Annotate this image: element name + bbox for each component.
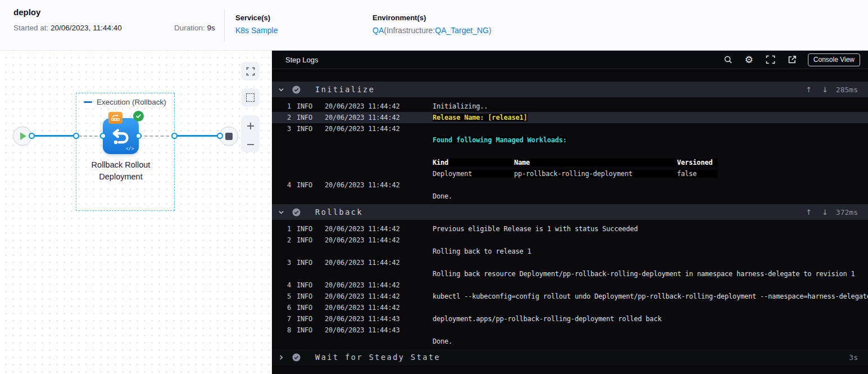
log-line-number[interactable]: 1 <box>276 225 291 233</box>
open-in-new-tab-icon[interactable] <box>788 55 797 64</box>
zoom-in-icon[interactable] <box>246 121 255 130</box>
log-line: Found following Managed Workloads: <box>272 134 868 146</box>
connector-dot <box>217 133 223 139</box>
log-line-number[interactable]: 3 <box>276 125 291 133</box>
infrastructure-prefix: (Infrastructure: <box>384 26 435 35</box>
log-section-header-wait-for-steady-state[interactable]: Wait for Steady State3s <box>272 349 868 365</box>
log-timestamp: 20/06/2023 11:44:42 <box>325 281 433 289</box>
canvas-reset-selection-button[interactable] <box>241 88 260 107</box>
execution-group-label[interactable]: Execution (Rollback) <box>84 98 166 106</box>
section-success-check-icon <box>292 208 301 217</box>
scroll-to-bottom-icon[interactable]: ↓ <box>822 85 828 94</box>
duration-value: 9s <box>207 24 215 32</box>
scroll-to-top-icon[interactable]: ↑ <box>806 85 812 94</box>
services-label: Service(s) <box>235 13 278 22</box>
duration-label: Duration: <box>174 24 205 32</box>
log-timestamp: 20/06/2023 11:44:42 <box>325 292 433 300</box>
log-section-header-rollback[interactable]: Rollback↑↓372ms <box>272 204 868 220</box>
section-title: Wait for Steady State <box>315 353 440 362</box>
log-message: Initializing.. <box>433 102 868 110</box>
log-message: KindNameVersioned <box>433 159 868 166</box>
chevron-down-icon[interactable] <box>278 209 285 215</box>
log-message: Done. <box>433 192 868 200</box>
infrastructure-suffix: ) <box>489 26 492 35</box>
log-message-segment: Kind <box>433 159 514 166</box>
environments-block: Environment(s) QA(Infrastructure:QA_Targ… <box>372 13 492 35</box>
log-line: 3INFO20/06/2023 11:44:42 <box>272 123 868 134</box>
pipeline-canvas[interactable]: Execution (Rollback) <box>0 51 272 374</box>
play-icon <box>20 132 26 140</box>
chevron-right-icon[interactable] <box>278 354 285 361</box>
log-line: 4INFO20/06/2023 11:44:42 <box>272 179 868 191</box>
rollback-arrow-icon <box>109 124 133 148</box>
connector-dot <box>73 133 79 139</box>
log-message-segment: false <box>677 170 717 178</box>
collapse-dash-icon[interactable] <box>84 101 92 103</box>
started-at: Started at: 20/06/2023, 11:44:40 <box>13 24 122 32</box>
started-at-value: 20/06/2023, 11:44:40 <box>51 24 122 32</box>
step-logs-titlebar: Step Logs ⚙ Console View <box>272 51 868 69</box>
log-line-number[interactable]: 7 <box>276 315 291 323</box>
console-view-button[interactable]: Console View <box>808 53 860 66</box>
log-level: INFO <box>297 102 325 110</box>
log-line: 6INFO20/06/2023 11:44:42 <box>272 302 868 313</box>
log-level: INFO <box>297 315 325 323</box>
step-logs-title: Step Logs <box>285 56 319 64</box>
environment-link[interactable]: QA <box>372 26 384 35</box>
scroll-to-top-icon[interactable]: ↑ <box>806 208 812 217</box>
log-line-number[interactable]: 6 <box>276 304 291 312</box>
log-line-number[interactable]: 5 <box>276 292 291 300</box>
log-line: Rolling back to release 1 <box>272 246 868 257</box>
log-section-header-initialize[interactable]: Initialize↑↓285ms <box>272 82 868 97</box>
gear-icon[interactable]: ⚙ <box>745 55 753 65</box>
log-level: INFO <box>297 259 325 267</box>
log-message-segment: deployment.apps/pp-rollback-rolling-depl… <box>433 315 661 323</box>
search-icon[interactable] <box>724 55 733 64</box>
log-line: 1INFO20/06/2023 11:44:42Previous eligibl… <box>272 223 868 235</box>
log-line-number[interactable]: 3 <box>276 259 291 267</box>
log-line-number[interactable]: 2 <box>276 236 291 244</box>
log-timestamp: 20/06/2023 11:44:43 <box>325 326 433 334</box>
log-message: kubectl --kubeconfig=config rollout undo… <box>433 292 868 300</box>
duration: Duration: 9s <box>174 24 215 32</box>
log-level: INFO <box>297 292 325 300</box>
log-message: Found following Managed Workloads: <box>433 136 868 144</box>
log-timestamp: 20/06/2023 11:44:42 <box>325 114 433 121</box>
expand-logs-icon[interactable] <box>766 55 775 64</box>
edge-start-to-group <box>32 135 76 137</box>
step-success-check-icon <box>133 111 144 121</box>
log-line: 4INFO20/06/2023 11:44:42 <box>272 280 868 291</box>
canvas-fullscreen-button[interactable] <box>241 62 260 80</box>
log-message-segment: Done. <box>433 337 452 345</box>
log-line-number[interactable]: 4 <box>276 181 291 189</box>
log-level: INFO <box>297 326 325 334</box>
log-timestamp: 20/06/2023 11:44:42 <box>325 225 433 233</box>
connector-dot <box>100 133 106 139</box>
log-section-body-rollback: 1INFO20/06/2023 11:44:42Previous eligibl… <box>272 220 868 348</box>
service-link[interactable]: K8s Sample <box>235 26 278 35</box>
log-line-number[interactable]: 1 <box>276 102 291 110</box>
log-message: Previous eligible Release is 1 with stat… <box>433 225 868 233</box>
log-message-segment: Found following Managed Workloads: <box>433 136 567 144</box>
log-line-number[interactable]: 2 <box>276 114 291 121</box>
log-message-segment: Rolling back to release 1 <box>433 247 531 255</box>
stop-icon <box>225 133 233 140</box>
scroll-to-bottom-icon[interactable]: ↓ <box>822 208 828 217</box>
infrastructure-link[interactable]: QA_Target_NG <box>435 26 489 35</box>
log-timestamp: 20/06/2023 11:44:42 <box>325 236 433 244</box>
log-line: Done. <box>272 191 868 202</box>
log-line: 5INFO20/06/2023 11:44:42kubectl --kubeco… <box>272 291 868 302</box>
log-line: Rolling back resource Deployment/pp-roll… <box>272 268 868 280</box>
log-line-number[interactable]: 4 <box>276 281 291 289</box>
zoom-out-icon[interactable] <box>246 143 255 146</box>
log-line: Done. <box>272 336 868 347</box>
log-message-segment: Previous eligible Release is 1 with stat… <box>433 225 638 233</box>
log-line <box>272 146 868 157</box>
log-line: 3INFO20/06/2023 11:44:42 <box>272 257 868 268</box>
log-message-segment: Done. <box>433 192 452 200</box>
log-line-number[interactable]: 8 <box>276 326 291 334</box>
chevron-down-icon[interactable] <box>278 87 285 93</box>
execution-header: deploy Started at: 20/06/2023, 11:44:40 … <box>0 0 868 51</box>
log-message-segment: Versioned <box>677 159 717 166</box>
log-line: Deploymentpp-rollback-rolling-deployment… <box>272 168 868 179</box>
